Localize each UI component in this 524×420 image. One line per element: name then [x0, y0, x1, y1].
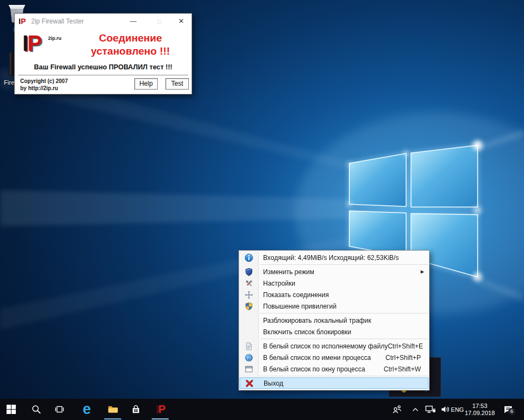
window-titlebar[interactable]: IP 2ip Firewall Tester — □ ✕ — [15, 14, 192, 29]
taskbar: e IP — [0, 399, 524, 420]
clock-date: 17.09.2018 — [465, 410, 495, 417]
menu-item-settings[interactable]: Настройки — [240, 277, 428, 289]
search-button[interactable] — [27, 399, 45, 420]
taskbar-ip-app-button[interactable]: IP — [151, 399, 170, 420]
menu-item-exit[interactable]: Выход — [240, 377, 428, 389]
menu-separator — [260, 313, 428, 313]
task-view-button[interactable] — [51, 399, 68, 420]
menu-item-whitelist-by-process[interactable]: В белый список по имени процесса Ctrl+Sh… — [240, 352, 428, 363]
test-result-text: Ваш Firewall успешно ПРОВАЛИЛ тест !!! — [15, 63, 192, 71]
file-explorer-icon — [108, 405, 118, 414]
people-icon — [392, 405, 402, 414]
menu-separator — [260, 339, 428, 339]
ip-app-running-indicator — [152, 418, 169, 419]
people-button[interactable] — [389, 399, 405, 420]
taskbar-store-button[interactable] — [127, 399, 145, 420]
explorer-running-indicator — [104, 418, 121, 419]
network-button[interactable] — [422, 399, 438, 420]
window-title: 2ip Firewall Tester — [31, 17, 84, 25]
connection-status-headline: Соединение установлено !!! — [69, 32, 192, 58]
process-globe-icon — [240, 353, 258, 362]
menu-item-change-mode[interactable]: Изменить режим ▶ — [240, 266, 428, 277]
mode-shield-icon — [240, 268, 258, 276]
windows-logo-icon — [7, 405, 16, 414]
chevron-up-icon — [412, 406, 419, 413]
copyright-text: Copyright (c) 2007 by http://2ip.ru — [20, 78, 68, 92]
language-indicator[interactable]: ENG — [451, 399, 464, 420]
window-frame-icon — [240, 365, 258, 374]
volume-icon — [440, 405, 450, 414]
test-button[interactable]: Test — [165, 78, 189, 90]
connections-icon — [240, 291, 258, 299]
executable-file-icon — [240, 342, 258, 351]
notification-badge: 6 — [508, 408, 515, 415]
menu-item-enable-blocklist[interactable]: Включить список блокировки — [240, 326, 428, 338]
menu-item-unlock-local-traffic[interactable]: Разблокировать локальный трафик — [240, 315, 428, 326]
edge-icon: e — [82, 402, 91, 417]
help-button[interactable]: Help — [134, 78, 158, 90]
close-button[interactable]: ✕ — [174, 14, 188, 29]
info-icon — [240, 253, 258, 262]
menu-item-whitelist-by-window[interactable]: В белый список по окну процесса Ctrl+Shi… — [240, 363, 428, 375]
maximize-button[interactable]: □ — [152, 14, 166, 29]
tools-icon — [240, 279, 258, 288]
network-icon — [425, 405, 436, 414]
menu-separator — [260, 264, 428, 265]
task-view-icon — [55, 405, 64, 414]
taskbar-edge-button[interactable]: e — [78, 399, 96, 420]
divider — [18, 75, 188, 75]
exit-x-icon — [240, 379, 258, 388]
start-button[interactable] — [2, 399, 20, 420]
uac-shield-icon — [240, 302, 258, 311]
submenu-arrow-icon: ▶ — [421, 269, 428, 274]
menu-item-show-connections[interactable]: Показать соединения — [240, 289, 428, 300]
minimize-button[interactable]: — — [126, 14, 140, 29]
big-ip-logo: IP — [22, 32, 41, 54]
app-logo-icon: IP — [19, 17, 26, 26]
menu-item-whitelist-by-executable[interactable]: В белый список по исполняемому файлу Ctr… — [240, 340, 428, 352]
menu-item-traffic-stats[interactable]: Входящий: 4,49MiB/s Исходящий: 62,53KiB/… — [240, 252, 428, 263]
ip-app-icon: IP — [156, 403, 165, 416]
menu-item-elevate[interactable]: Повышение привилегий — [240, 300, 428, 312]
taskbar-file-explorer-button[interactable] — [104, 399, 122, 420]
clock-time: 17:53 — [472, 403, 487, 410]
taskbar-clock[interactable]: 17:53 17.09.2018 — [463, 399, 497, 420]
firewall-tester-window: IP 2ip Firewall Tester — □ ✕ IP 2ip.ru С… — [14, 13, 192, 94]
tray-expand-button[interactable] — [408, 399, 422, 420]
firewall-context-menu: Входящий: 4,49MiB/s Исходящий: 62,53KiB/… — [239, 250, 430, 391]
search-icon — [32, 405, 41, 414]
menu-separator — [260, 376, 428, 376]
store-icon — [131, 405, 141, 415]
site-name: 2ip.ru — [48, 36, 62, 41]
